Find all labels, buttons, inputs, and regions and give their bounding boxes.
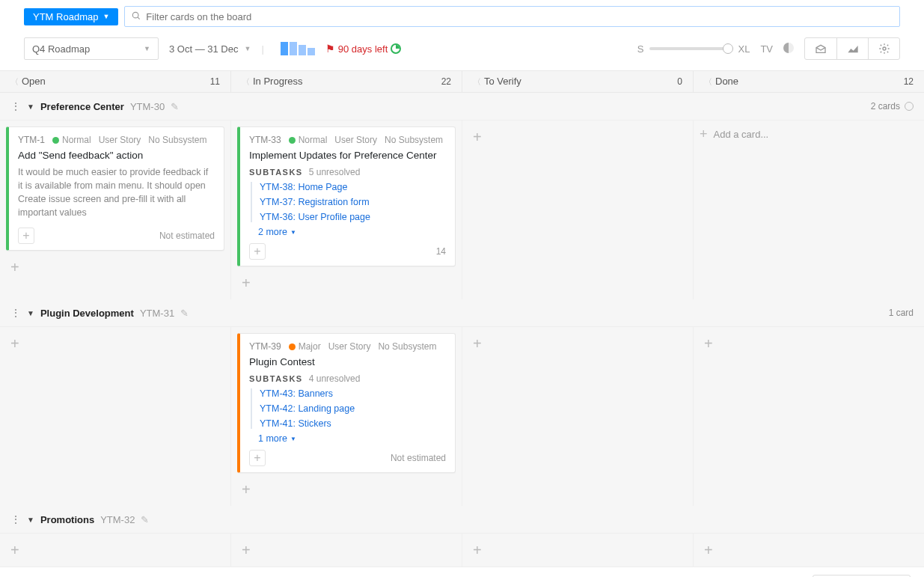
settings-button[interactable] <box>868 38 899 59</box>
swimlane-header-plugin: ⋮ ▼ Plugin Development YTM-31 ✎ 1 card <box>0 299 924 327</box>
add-card-button[interactable]: + <box>6 333 24 354</box>
collapse-toggle[interactable]: ▼ <box>27 309 34 317</box>
backlog-button[interactable] <box>805 38 836 59</box>
add-subtask-button[interactable]: + <box>249 243 266 260</box>
subtask-link[interactable]: YTM-42: Landing page <box>260 403 446 414</box>
card-title: Plugin Contest <box>249 356 446 367</box>
drag-handle-icon[interactable]: ⋮ <box>10 100 21 112</box>
drag-handle-icon[interactable]: ⋮ <box>10 513 21 525</box>
cell-inprogress-plugin[interactable]: YTM-39 Major User Story No Subsystem Plu… <box>231 327 462 506</box>
card-type: User Story <box>328 341 371 352</box>
cell-open-preference[interactable]: YTM-1 Normal User Story No Subsystem Add… <box>0 120 231 299</box>
card-ytm-39[interactable]: YTM-39 Major User Story No Subsystem Plu… <box>237 333 456 473</box>
caret-down-icon: ▼ <box>144 45 150 52</box>
subtask-link[interactable]: YTM-36: User Profile page <box>260 212 446 222</box>
filter-bar <box>124 6 900 27</box>
swimlane-summary: 2 cards <box>871 101 900 112</box>
cell-inprogress-promotions[interactable]: + <box>231 534 462 567</box>
chevron-left-icon: 〈 <box>704 77 712 86</box>
card-size-toggle[interactable] <box>281 42 315 55</box>
date-range-label: 3 Oct — 31 Dec <box>169 43 238 55</box>
zoom-xl-label: XL <box>738 43 750 55</box>
swimlane-summary: 1 card <box>889 308 914 318</box>
chevron-left-icon: 〈 <box>242 77 250 86</box>
progress-pie-icon <box>391 43 401 54</box>
cell-open-plugin[interactable]: + <box>0 327 231 506</box>
card-id: YTM-39 <box>249 341 281 352</box>
column-header-open[interactable]: 〈Open 11 <box>0 71 231 92</box>
days-left-indicator: ⚑ 90 days left <box>325 43 402 55</box>
collapse-toggle[interactable]: ▼ <box>27 516 34 524</box>
card-type: User Story <box>334 135 377 145</box>
sprint-select[interactable]: Q4 Roadmap ▼ <box>24 37 159 60</box>
add-card-link[interactable]: + Add a card... <box>700 126 918 142</box>
add-card-button[interactable]: + <box>468 333 486 354</box>
edit-icon[interactable]: ✎ <box>171 101 179 112</box>
chart-button[interactable] <box>836 38 868 59</box>
subtask-link[interactable]: YTM-38: Home Page <box>260 182 446 192</box>
contrast-toggle[interactable] <box>783 43 794 55</box>
swimlane-code: YTM-31 <box>140 308 174 319</box>
add-card-button[interactable]: + <box>468 126 486 147</box>
swimlane-title: Plugin Development <box>40 308 134 319</box>
column-count: 12 <box>904 76 914 87</box>
svg-line-1 <box>138 16 140 19</box>
column-header-to-verify[interactable]: 〈To Verify 0 <box>462 71 694 92</box>
add-card-button[interactable]: + <box>6 540 24 561</box>
subtask-link[interactable]: YTM-37: Registration form <box>260 197 446 207</box>
sprint-name: Q4 Roadmap <box>32 43 90 55</box>
subtasks-label: SUBTASKS <box>249 168 303 177</box>
subtask-link[interactable]: YTM-43: Banners <box>260 388 446 399</box>
add-card-button[interactable]: + <box>700 540 718 561</box>
add-card-button[interactable]: + <box>6 257 24 278</box>
cell-open-promotions[interactable]: + <box>0 534 231 567</box>
zoom-track[interactable] <box>649 47 732 50</box>
subtasks-unresolved: 4 unresolved <box>309 373 361 384</box>
card-ytm-33[interactable]: YTM-33 Normal User Story No Subsystem Im… <box>237 126 456 266</box>
add-card-button[interactable]: + <box>237 272 255 293</box>
sprint-date-range[interactable]: 3 Oct — 31 Dec ▼ <box>169 43 251 55</box>
subtasks-more-toggle[interactable]: 2 more ▼ <box>258 227 446 237</box>
add-subtask-button[interactable]: + <box>249 450 266 466</box>
cell-toverify-plugin[interactable]: + <box>462 327 694 506</box>
cell-inprogress-preference[interactable]: YTM-33 Normal User Story No Subsystem Im… <box>231 120 462 299</box>
priority-dot-icon <box>52 137 59 144</box>
cell-done-promotions[interactable]: + <box>694 534 924 567</box>
caret-down-icon: ▼ <box>290 436 296 442</box>
cell-done-plugin[interactable]: + <box>694 327 924 506</box>
subtasks-more-toggle[interactable]: 1 more ▼ <box>258 433 446 444</box>
add-card-button[interactable]: + <box>468 540 486 561</box>
board-selector[interactable]: YTM Roadmap ▼ <box>24 8 118 25</box>
edit-icon[interactable]: ✎ <box>141 514 149 525</box>
edit-icon[interactable]: ✎ <box>180 308 189 319</box>
cell-toverify-promotions[interactable]: + <box>462 534 694 567</box>
card-description: It would be much easier to provide feedb… <box>18 165 215 220</box>
flag-icon: ⚑ <box>325 43 335 55</box>
column-header-in-progress[interactable]: 〈In Progress 22 <box>231 71 462 92</box>
filter-input[interactable] <box>146 11 893 22</box>
tv-mode-button[interactable]: TV <box>760 43 773 55</box>
add-card-button[interactable]: + <box>700 333 718 354</box>
swimlane-title: Preference Center <box>40 101 124 112</box>
collapse-toggle[interactable]: ▼ <box>27 103 34 111</box>
zoom-small-label: S <box>637 43 644 55</box>
drag-handle-icon[interactable]: ⋮ <box>10 307 21 319</box>
add-subtask-button[interactable]: + <box>18 228 34 244</box>
card-ytm-1[interactable]: YTM-1 Normal User Story No Subsystem Add… <box>6 126 224 251</box>
card-subsystem: No Subsystem <box>385 135 443 145</box>
cell-toverify-preference[interactable]: + <box>462 120 694 299</box>
cell-done-preference[interactable]: + Add a card... <box>694 120 924 299</box>
card-priority: Major <box>299 341 321 352</box>
swimlane-header-preference: ⋮ ▼ Preference Center YTM-30 ✎ 2 cards <box>0 93 924 120</box>
zoom-slider[interactable]: S XL <box>637 43 750 55</box>
chevron-left-icon: 〈 <box>473 77 481 86</box>
card-priority: Normal <box>62 135 91 145</box>
zoom-knob[interactable] <box>723 43 733 54</box>
add-card-button[interactable]: + <box>237 540 255 561</box>
card-subsystem: No Subsystem <box>148 135 206 145</box>
add-card-button[interactable]: + <box>237 479 255 500</box>
column-header-done[interactable]: 〈Done 12 <box>694 71 924 92</box>
priority-dot-icon <box>289 344 296 350</box>
caret-down-icon: ▼ <box>244 45 251 52</box>
subtask-link[interactable]: YTM-41: Stickers <box>260 418 446 429</box>
